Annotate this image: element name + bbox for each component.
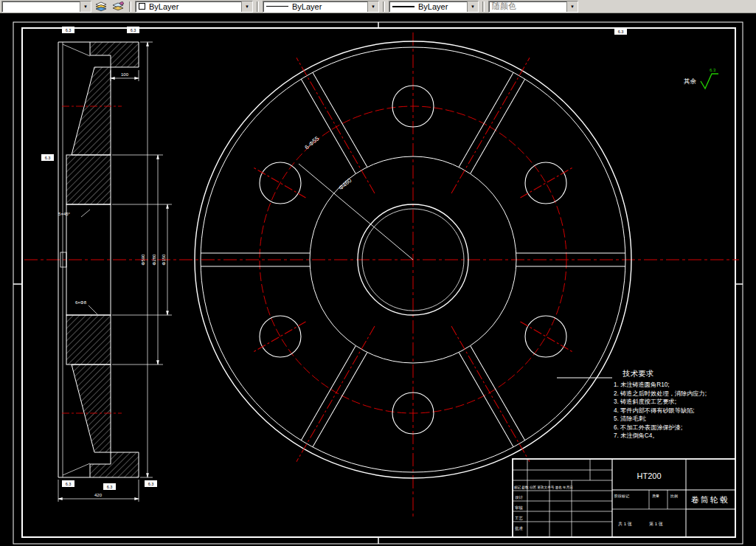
linetype-sample-icon (266, 6, 288, 7)
tech-requirement-item: 6. 不加工外表面涂保护漆; (614, 424, 682, 431)
tech-requirement-item: 2. 铸造之后时效处理，消除内应力; (614, 390, 707, 397)
finish-mark-value: 6.3 (66, 28, 72, 32)
part-name-label: 卷筒轮毂 (691, 495, 729, 504)
finish-mark-value: 6.3 (66, 482, 72, 486)
layer-combo[interactable]: ▼ (1, 1, 91, 13)
finish-mark-value: 6.3 (131, 28, 136, 32)
plotstyle-combo-value: 随颜色 (492, 1, 516, 12)
color-swatch-icon (139, 3, 145, 10)
properties-toolbar: ▼ ByLayer ▼ ByLayer ▼ (0, 0, 756, 13)
toolbar-separator (482, 1, 485, 12)
finish-mark-value: 6.3 (45, 156, 51, 160)
chevron-down-icon[interactable]: ▼ (241, 1, 252, 12)
dim-top-width: 100 (121, 72, 129, 77)
dim-bore-dia: Φ150 (162, 254, 166, 265)
finish-mark-value: 6.3 (107, 485, 113, 489)
finish-mark: 6.3 (145, 480, 157, 487)
finish-mark: 6.3 (62, 27, 74, 33)
scale-label: 比例 (670, 494, 678, 499)
dim-tap-holes: 6×Φ8 (75, 300, 87, 305)
color-combo[interactable]: ByLayer ▼ (135, 1, 253, 13)
layers-stack-icon (95, 1, 107, 12)
chevron-down-icon[interactable]: ▼ (566, 1, 578, 12)
dim-outer-dia: Φ590 (141, 254, 145, 265)
hub-section-top (66, 155, 111, 204)
color-combo-value: ByLayer (149, 2, 178, 11)
finish-mark: 6.3 (127, 27, 139, 33)
role-label: 批准 (515, 526, 524, 531)
tech-requirements-title: 技术要求 (623, 369, 654, 378)
hub-section-bottom (66, 315, 111, 364)
layer-previous-button[interactable] (111, 1, 125, 13)
material-label: HT200 (637, 471, 661, 480)
toolbar-separator (257, 1, 259, 12)
finish-mark: 6.3 (614, 28, 627, 35)
role-label: 设计 (515, 495, 524, 500)
cad-application-window: { "toolbar": { "layer_value": "", "color… (0, 0, 756, 546)
page-count: 第 1 张 (649, 522, 663, 527)
finish-mark: 6.3 (62, 480, 74, 487)
plotstyle-combo[interactable]: 随颜色 ▼ (488, 1, 578, 13)
finish-mark: 6.3 (41, 154, 54, 161)
weight-label: 质量 (652, 494, 659, 498)
dim-total-width: 420 (94, 493, 103, 497)
lineweight-combo[interactable]: ByLayer ▼ (389, 1, 479, 13)
role-label: 工艺 (515, 516, 524, 520)
rest-label: 其余 (684, 77, 697, 85)
finish-mark: 6.3 (103, 483, 116, 490)
tech-requirement-item: 7. 未注倒角C4。 (614, 432, 659, 439)
lineweight-combo-value: ByLayer (418, 2, 448, 11)
chevron-down-icon[interactable]: ▼ (367, 1, 378, 12)
revision-header: 标记 处数 分区 更改文件号 签名 年月日 (513, 485, 573, 490)
dim-hub-dia: Φ280 (152, 254, 156, 265)
layer-previous-icon (112, 1, 124, 12)
layer-combo-value (2, 1, 80, 12)
toolbar-separator (129, 1, 131, 12)
finish-mark-value: 6.3 (618, 30, 624, 34)
sheet-count: 共 1 张 (618, 522, 632, 527)
chevron-down-icon[interactable]: ▼ (80, 1, 91, 12)
tech-requirement-item: 5. 清除毛刺; (614, 415, 646, 422)
tech-requirement-item: 3. 铸造斜度按工艺要求; (614, 398, 676, 405)
stage-label: 阶段标记 (614, 494, 629, 499)
linetype-combo-value: ByLayer (292, 2, 322, 11)
finish-mark-value: 6.3 (148, 482, 154, 486)
tech-requirement-item: 1. 未注铸造圆角R10; (614, 381, 670, 388)
toolbar-separator (383, 1, 385, 12)
dim-chamfer: 5×45° (58, 212, 71, 216)
drawing-canvas[interactable]: Φ460 6-Φ55 (0, 0, 756, 546)
lineweight-sample-icon (392, 6, 415, 7)
linetype-combo[interactable]: ByLayer ▼ (263, 1, 379, 13)
rest-finish-value: 6.3 (710, 68, 716, 72)
role-label: 审核 (515, 505, 524, 510)
tech-requirement-item: 4. 零件内部不得有砂眼等缺陷; (614, 407, 695, 414)
chevron-down-icon[interactable]: ▼ (467, 1, 478, 12)
layers-button[interactable] (94, 1, 108, 13)
